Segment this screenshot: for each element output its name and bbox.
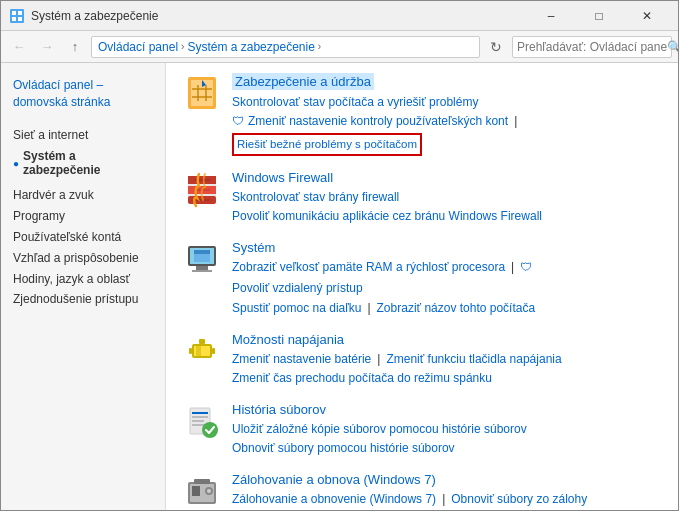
firewall-title[interactable]: Windows Firewall — [232, 170, 333, 185]
security-links-row1: Skontrolovať stav počítača a vyriešiť pr… — [232, 93, 662, 112]
power-links-row1: Zmeniť nastavenie batérie | Zmeniť funkc… — [232, 350, 662, 369]
minimize-button[interactable]: – — [528, 1, 574, 31]
svg-rect-22 — [199, 339, 205, 344]
sidebar-item-hardware[interactable]: Hardvér a zvuk — [1, 185, 165, 206]
filehistory-content: História súborov Uložiť záložné kópie sú… — [232, 402, 662, 458]
window-title: Systém a zabezpečenie — [31, 9, 528, 23]
svg-point-28 — [202, 422, 218, 438]
title-bar: Systém a zabezpečenie – □ ✕ — [1, 1, 678, 31]
sidebar-section-system: ● Systém a zabezpečenie — [1, 145, 165, 185]
system-link-ram[interactable]: Zobraziť veľkosť pamäte RAM a rýchlosť p… — [232, 258, 505, 277]
panel-filehistory: História súborov Uložiť záložné kópie sú… — [182, 402, 662, 458]
svg-rect-4 — [18, 17, 22, 21]
system-link-help[interactable]: Spustiť pomoc na diaľku — [232, 299, 361, 318]
svg-rect-16 — [194, 250, 210, 254]
security-link-uac[interactable]: Zmeniť nastavenie kontroly používateľský… — [248, 112, 508, 131]
firewall-icon — [182, 170, 222, 210]
breadcrumb-arrow-1: › — [181, 41, 184, 52]
svg-rect-34 — [194, 479, 210, 484]
svg-rect-26 — [192, 420, 204, 422]
breadcrumb-home[interactable]: Ovládací panel — [98, 40, 178, 54]
filehistory-links-row1: Uložiť záložné kópie súborov pomocou his… — [232, 420, 662, 439]
main-layout: Ovládací panel – domovská stránka Sieť a… — [1, 63, 678, 511]
back-button[interactable]: ← — [7, 35, 31, 59]
system-content: Systém Zobraziť veľkosť pamäte RAM a rýc… — [232, 240, 662, 318]
security-content: Zabezpečenie a údržba Skontrolovať stav … — [232, 73, 662, 156]
sidebar-item-system[interactable]: Systém a zabezpečenie — [23, 149, 153, 177]
system-title[interactable]: Systém — [232, 240, 275, 255]
svg-rect-2 — [18, 11, 22, 15]
sidebar-section-title-system: ● Systém a zabezpečenie — [13, 149, 153, 177]
filehistory-link-restore[interactable]: Obnoviť súbory pomocou histórie súborov — [232, 439, 455, 458]
sidebar-item-clock[interactable]: Hodiny, jazyk a oblasť — [1, 269, 165, 290]
system-icon — [182, 240, 222, 280]
title-bar-icon — [9, 8, 25, 24]
firewall-content: Windows Firewall Skontrolovať stav brány… — [232, 170, 662, 226]
breadcrumb-arrow-2: › — [318, 41, 321, 52]
power-link-sleep[interactable]: Zmeniť čas prechodu počítača do režimu s… — [232, 369, 492, 388]
up-button[interactable]: ↑ — [63, 35, 87, 59]
breadcrumb-current[interactable]: Systém a zabezpečenie — [187, 40, 314, 54]
panel-security: Zabezpečenie a údržba Skontrolovať stav … — [182, 73, 662, 156]
search-input[interactable] — [517, 40, 667, 54]
svg-rect-19 — [196, 346, 201, 356]
security-icon — [182, 73, 222, 113]
firewall-links-row1: Skontrolovať stav brány firewall — [232, 188, 662, 207]
sidebar-bullet: ● — [13, 158, 19, 169]
power-link-battery[interactable]: Zmeniť nastavenie batérie — [232, 350, 371, 369]
svg-rect-13 — [196, 266, 208, 270]
filehistory-title[interactable]: História súborov — [232, 402, 326, 417]
sidebar-item-users[interactable]: Používateľské kontá — [1, 227, 165, 248]
forward-button[interactable]: → — [35, 35, 59, 59]
panel-system: Systém Zobraziť veľkosť pamäte RAM a rýc… — [182, 240, 662, 318]
power-icon — [182, 332, 222, 372]
sidebar-item-programs[interactable]: Programy — [1, 206, 165, 227]
search-box[interactable]: 🔍 — [512, 36, 672, 58]
svg-rect-21 — [212, 348, 215, 354]
power-content: Možnosti napájania Zmeniť nastavenie bat… — [232, 332, 662, 388]
security-link-check[interactable]: Skontrolovať stav počítača a vyriešiť pr… — [232, 93, 478, 112]
window-controls: – □ ✕ — [528, 1, 670, 31]
backup-link-restore[interactable]: Obnoviť súbory zo zálohy — [451, 490, 587, 509]
firewall-links-row2: Povoliť komunikáciu aplikácie cez bránu … — [232, 207, 662, 226]
svg-rect-3 — [12, 17, 16, 21]
svg-rect-14 — [192, 270, 212, 272]
panel-backup: Zálohovanie a obnova (Windows 7) Zálohov… — [182, 472, 662, 511]
power-link-button[interactable]: Zmeniť funkciu tlačidla napájania — [386, 350, 561, 369]
svg-rect-31 — [192, 486, 200, 496]
panel-power: Možnosti napájania Zmeniť nastavenie bat… — [182, 332, 662, 388]
filehistory-link-save[interactable]: Uložiť záložné kópie súborov pomocou his… — [232, 420, 527, 439]
sidebar-home-link[interactable]: Ovládací panel – domovská stránka — [1, 73, 165, 119]
svg-rect-20 — [189, 348, 192, 354]
security-shield-icon: 🛡 — [232, 112, 244, 131]
system-links-row1: Zobraziť veľkosť pamäte RAM a rýchlosť p… — [232, 258, 662, 298]
panel-firewall: Windows Firewall Skontrolovať stav brány… — [182, 170, 662, 226]
breadcrumb: Ovládací panel › Systém a zabezpečenie › — [91, 36, 480, 58]
sidebar-item-accessibility[interactable]: Zjednodušenie prístupu — [1, 289, 165, 310]
content-area: Zabezpečenie a údržba Skontrolovať stav … — [166, 63, 678, 511]
close-button[interactable]: ✕ — [624, 1, 670, 31]
power-title[interactable]: Možnosti napájania — [232, 332, 344, 347]
svg-rect-24 — [192, 412, 208, 414]
svg-rect-25 — [192, 416, 208, 418]
address-bar: ← → ↑ Ovládací panel › Systém a zabezpeč… — [1, 31, 678, 63]
sidebar-item-appearance[interactable]: Vzhľad a prispôsobenie — [1, 248, 165, 269]
firewall-link-status[interactable]: Skontrolovať stav brány firewall — [232, 188, 399, 207]
backup-icon — [182, 472, 222, 511]
backup-content: Zálohovanie a obnova (Windows 7) Zálohov… — [232, 472, 662, 509]
security-links-row2: 🛡 Zmeniť nastavenie kontroly používateľs… — [232, 112, 662, 156]
security-link-troubleshoot[interactable]: Riešiť bežné problémy s počítačom — [232, 133, 422, 155]
system-link-remote[interactable]: Povoliť vzdialený prístup — [232, 279, 363, 298]
backup-link-backup[interactable]: Zálohovanie a obnovenie (Windows 7) — [232, 490, 436, 509]
security-title[interactable]: Zabezpečenie a údržba — [232, 73, 374, 90]
search-icon: 🔍 — [667, 40, 679, 54]
filehistory-icon — [182, 402, 222, 442]
backup-title[interactable]: Zálohovanie a obnova (Windows 7) — [232, 472, 436, 487]
refresh-button[interactable]: ↻ — [484, 35, 508, 59]
firewall-link-allow[interactable]: Povoliť komunikáciu aplikácie cez bránu … — [232, 207, 542, 226]
sidebar-item-network[interactable]: Sieť a internet — [1, 125, 165, 146]
sidebar: Ovládací panel – domovská stránka Sieť a… — [1, 63, 166, 511]
maximize-button[interactable]: □ — [576, 1, 622, 31]
system-links-row2: Spustiť pomoc na diaľku | Zobraziť názov… — [232, 299, 662, 318]
system-link-name[interactable]: Zobraziť názov tohto počítača — [377, 299, 536, 318]
